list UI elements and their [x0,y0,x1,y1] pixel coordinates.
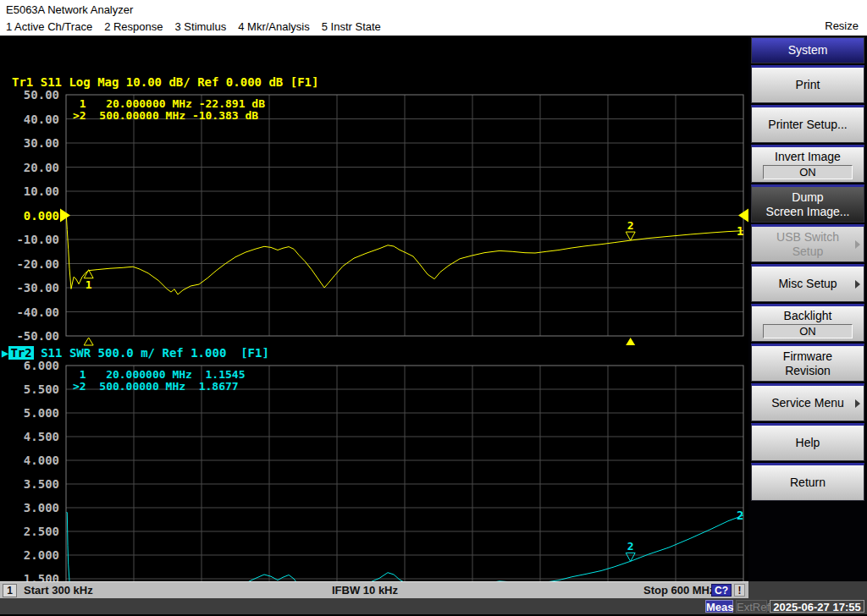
y-axis-label-Tr2: 3.500 [2,477,59,491]
submenu-arrow-icon [855,280,860,289]
trace-format-scale: S11 Log Mag 10.00 dB/ Ref 0.000 dB [F1] [33,75,318,89]
trace-name: Tr1 [12,75,33,89]
softkey-printer-setup[interactable]: Printer Setup... [751,105,864,143]
marker-2-number-Tr2: 2 [627,540,634,553]
y-axis-label-Tr2: 4.500 [2,430,59,443]
y-axis-label-Tr1: -40.00 [2,305,59,319]
window-title: E5063A Network Analyzer [6,3,133,16]
y-axis-label-Tr1: 40.00 [2,113,59,126]
softkey-firmware-revision[interactable]: FirmwareRevision [751,344,864,382]
y-axis-label-Tr1: 50.00 [2,88,59,102]
marker-readout-row-Tr1: 1 20.000000 MHz -22.891 dB [73,98,265,110]
menubar: 1 Active Ch/Trace2 Response3 Stimulus4 M… [0,19,867,36]
softkey-backlight[interactable]: BacklightON [751,304,864,342]
menu-item-1[interactable]: 1 Active Ch/Trace [6,20,92,33]
softkey-label: Service Menu [771,396,844,410]
y-axis-label-Tr2: 6.000 [2,359,59,372]
channel-bar: 1 Start 300 kHz IFBW 10 kHz Stop 600 MHz… [0,581,748,598]
y-axis-label-Tr1: 10.00 [2,184,59,198]
warning-badge: ! [734,584,745,597]
marker-readout-row-Tr2: >2 500.00000 MHz 1.8677 [73,381,239,393]
softkey-header-system[interactable]: System [751,37,864,63]
y-axis-label-Tr1: -20.00 [2,257,59,271]
softkey-dump-screen-image[interactable]: DumpScreen Image... [751,184,864,223]
menu-item-4[interactable]: 4 Mkr/Analysis [238,20,310,33]
softkey-label: Dump [792,190,823,205]
softkey-label: Backlight [784,309,832,323]
softkey-label: Screen Image... [766,205,850,219]
status-corner [748,581,867,598]
y-axis-label-Tr2: 3.000 [2,501,59,514]
softkey-label: Printer Setup... [768,118,847,132]
softkey-return[interactable]: Return [751,463,864,501]
softkey-panel: SystemPrintPrinter Setup...Invert ImageO… [748,36,867,581]
sweep-stop-label[interactable]: Stop 600 MHz [643,584,715,597]
softkey-help[interactable]: Help [751,423,864,461]
y-axis-label-Tr1: 20.00 [2,161,59,174]
softkey-label: Firmware [783,349,832,364]
titlebar: E5063A Network Analyzer [0,0,867,19]
menu-item-5[interactable]: 5 Instr State [322,20,381,33]
softkey-misc-setup[interactable]: Misc Setup [751,264,864,302]
trace-end-label-Tr2: 2 [737,509,743,522]
softkey-label: Return [790,476,826,490]
softkey-toggle-state: ON [763,324,853,338]
submenu-arrow-icon [855,399,860,408]
marker-1-number-Tr1: 1 [86,278,92,291]
trace-format-scale: S11 SWR 500.0 m/ Ref 1.000 [F1] [34,346,269,360]
softkey-label: Revision [785,364,831,378]
y-axis-label-Tr2: 5.500 [2,382,59,396]
ifbw-label[interactable]: IFBW 10 kHz [332,584,398,597]
trace-header-Tr1[interactable]: Tr1 S11 Log Mag 10.00 dB/ Ref 0.000 dB [… [2,75,318,89]
grid-Tr1 [66,95,743,336]
correction-status-badge: C? [711,584,732,597]
y-axis-label-Tr1: 0.000 [2,209,59,223]
marker-readout-row-Tr2: 1 20.000000 MHz 1.1545 [73,369,246,381]
trace-header-Tr2[interactable]: ▶Tr2 S11 SWR 500.0 m/ Ref 1.000 [F1] [2,346,269,360]
softkey-service-menu[interactable]: Service Menu [751,383,864,421]
softkey-label: Help [796,436,820,450]
marker-readout-row-Tr1: >2 500.00000 MHz -10.383 dB [73,110,258,122]
analyzer-window: E5063A Network Analyzer 1 Active Ch/Trac… [0,0,867,616]
y-axis-label-Tr1: -10.00 [2,233,59,246]
marker-2-number-Tr1: 2 [627,219,634,232]
softkey-print[interactable]: Print [751,65,864,103]
ref-level-arrow-left-Tr1[interactable] [60,209,70,223]
softkey-invert-image[interactable]: Invert ImageON [751,145,864,183]
menu-item-3[interactable]: 3 Stimulus [175,20,227,33]
y-axis-label-Tr2: 2.000 [2,548,59,562]
y-axis-label-Tr2: 5.000 [2,406,59,420]
extref-status: ExtRef [736,600,767,613]
y-axis-label-Tr1: 30.00 [2,136,59,150]
softkey-toggle-state: ON [763,165,853,179]
resize-button[interactable]: Resize [825,19,859,32]
y-axis-label-Tr1: -50.00 [2,329,59,343]
softkey-usb-switch-setup: USB SwitchSetup [751,224,864,262]
grid-Tr2 [66,366,743,581]
softkey-label: Print [796,78,820,92]
sweep-start-label[interactable]: Start 300 kHz [24,584,93,597]
meas-status-badge: Meas [705,600,733,613]
y-axis-label-Tr1: -30.00 [2,281,59,294]
clock: 2025-06-27 17:55 [770,600,864,613]
softkey-label: USB Switch [776,230,839,245]
y-axis-label-Tr2: 2.500 [2,525,59,538]
softkey-label: Setup [792,245,824,259]
trace-end-label-Tr1: 1 [737,224,743,238]
marker-1-stimulus-Tr1[interactable] [84,338,93,345]
submenu-arrow-icon [855,240,860,249]
marker-2-stimulus-Tr1[interactable] [626,338,635,345]
trace-name-badge: Tr2 [8,346,33,360]
y-axis-label-Tr2: 4.000 [2,454,59,467]
status-bar: Meas ExtRef 2025-06-27 17:55 [0,598,867,616]
menu-item-2[interactable]: 2 Response [104,20,163,33]
softkey-label: Invert Image [775,150,841,164]
softkey-label: Misc Setup [778,277,837,291]
channel-number: 1 [3,584,17,597]
display-area: 12122Tr1 S11 Log Mag 10.00 dB/ Ref 0.000… [0,36,748,581]
